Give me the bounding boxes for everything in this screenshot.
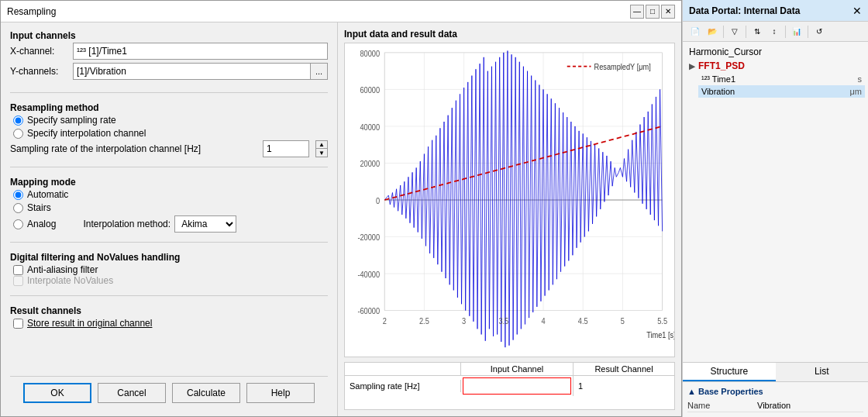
ychannel-input-group: ... — [73, 63, 328, 80]
resampling-method-title: Resampling method — [10, 102, 328, 113]
spinner-down[interactable]: ▼ — [315, 149, 328, 157]
filter-button[interactable]: ▽ — [727, 24, 742, 40]
sort-button[interactable]: ⇅ — [749, 24, 765, 40]
svg-text:5: 5 — [621, 317, 625, 326]
radio-stairs-label[interactable]: Stairs — [27, 202, 51, 213]
props-key-name: Name — [687, 401, 757, 410]
help-button[interactable]: Help — [246, 383, 315, 403]
tree-item-vibration[interactable]: Vibration μm — [698, 85, 865, 98]
new-file-button[interactable]: 📄 — [687, 24, 703, 40]
xchannel-row: X-channel: — [10, 43, 328, 60]
svg-text:ResampledY [μm]: ResampledY [μm] — [594, 63, 651, 72]
tree-time1-unit: s — [858, 74, 863, 84]
store-result-checkbox[interactable] — [13, 319, 23, 329]
interpolate-novalues-checkbox[interactable] — [13, 276, 23, 286]
xchannel-input[interactable] — [73, 43, 328, 60]
maximize-button[interactable]: □ — [646, 5, 660, 19]
radio-automatic[interactable] — [13, 190, 23, 200]
digital-filtering-section: Digital filtering and NoValues handling … — [10, 252, 328, 286]
ychannel-row: Y-channels: ... — [10, 63, 328, 80]
interpolation-method-select[interactable]: Akima Linear Cubic — [174, 215, 236, 233]
svg-text:2: 2 — [383, 317, 388, 326]
dialog-titlebar: Resampling — □ ✕ — [1, 1, 681, 22]
radio-interpolation-channel[interactable] — [13, 129, 23, 139]
xchannel-label: X-channel: — [10, 46, 68, 57]
data-table: Input Channel Result Channel Sampling ra… — [344, 362, 675, 410]
right-panel: Input data and result data — [338, 22, 681, 416]
tab-list[interactable]: List — [776, 363, 869, 381]
radio-stairs[interactable] — [13, 203, 23, 213]
base-properties-title: ▲ Base Properties — [687, 387, 863, 396]
tree-root: Harmonic_Cursor ▶ FFT1_PSD ¹²³ Time1 s V… — [686, 45, 865, 98]
radio-sampling-rate-row: Specify sampling rate — [13, 115, 328, 126]
minimize-button[interactable]: — — [630, 5, 644, 19]
tree-fft1psd-label: FFT1_PSD — [698, 60, 745, 71]
calculate-button[interactable]: Calculate — [172, 383, 240, 403]
open-button[interactable]: 📂 — [704, 24, 720, 40]
graph-button[interactable]: 📊 — [789, 24, 804, 40]
props-row-name: Name Vibration — [687, 399, 863, 412]
store-result-row: Store result in original channel — [13, 318, 328, 329]
radio-analog-label[interactable]: Analog — [27, 219, 56, 229]
result-channels-title: Result channels — [10, 305, 328, 316]
tree-vibration-unit: μm — [849, 87, 862, 96]
chart-title: Input data and result data — [344, 29, 675, 40]
radio-sampling-rate-label[interactable]: Specify sampling rate — [27, 115, 116, 126]
tree-children: ¹²³ Time1 s Vibration μm — [686, 73, 865, 98]
anti-aliasing-checkbox[interactable] — [13, 265, 23, 275]
cancel-button[interactable]: Cancel — [98, 383, 166, 403]
refresh-button[interactable]: ↺ — [811, 24, 827, 40]
sampling-rate-row: Sampling rate of the interpolation chann… — [10, 140, 328, 157]
mapping-mode-section: Mapping mode Automatic Stairs Analog Int… — [10, 177, 328, 233]
radio-interpolation-channel-label[interactable]: Specify interpolation channel — [27, 128, 146, 139]
anti-aliasing-label[interactable]: Anti-aliasing filter — [27, 264, 98, 275]
input-channels-section: Input channels X-channel: Y-channels: ..… — [10, 30, 328, 83]
tree-item-time1[interactable]: ¹²³ Time1 s — [698, 73, 865, 85]
interpolation-method-label: Interpolation method: — [83, 219, 170, 229]
sampling-rate-spinner: ▲ ▼ — [315, 140, 328, 157]
titlebar-buttons: — □ ✕ — [630, 5, 675, 19]
close-button[interactable]: ✕ — [661, 5, 675, 19]
radio-sampling-rate[interactable] — [13, 115, 23, 126]
toolbar-separator-4 — [808, 26, 808, 38]
resampling-method-radios: Specify sampling rate Specify interpolat… — [13, 115, 328, 139]
tab-structure[interactable]: Structure — [683, 363, 776, 381]
svg-text:Time1 [s]: Time1 [s] — [646, 331, 674, 340]
radio-interpolation-channel-row: Specify interpolation channel — [13, 128, 328, 139]
spinner-up[interactable]: ▲ — [315, 140, 328, 149]
radio-analog[interactable] — [13, 219, 23, 229]
svg-text:80000: 80000 — [360, 49, 380, 58]
sampling-rate-data-row: Sampling rate [Hz] 1 — [345, 376, 674, 396]
digital-filtering-title: Digital filtering and NoValues handling — [10, 252, 328, 263]
svg-text:2.5: 2.5 — [419, 317, 429, 326]
sidebar-title: Data Portal: Internal Data — [689, 5, 800, 16]
resampling-dialog: Resampling — □ ✕ Input channels X-channe… — [0, 0, 682, 417]
radio-analog-row: Analog Interpolation method: Akima Linea… — [13, 215, 328, 233]
svg-text:40000: 40000 — [360, 122, 380, 132]
chart-svg: ResampledY [μm] 80000 60000 40000 20000 … — [345, 43, 674, 357]
ok-button[interactable]: OK — [23, 383, 91, 403]
header-empty — [345, 363, 461, 375]
dialog-title: Resampling — [7, 6, 56, 17]
store-result-label[interactable]: Store result in original channel — [27, 318, 152, 329]
header-result-channel: Result Channel — [574, 363, 674, 375]
sampling-rate-label: Sampling rate of the interpolation chann… — [10, 143, 257, 154]
sampling-rate-input-cell — [461, 376, 574, 396]
ychannel-input[interactable] — [73, 63, 311, 80]
mapping-mode-radios: Automatic Stairs Analog Interpolation me… — [13, 189, 328, 233]
radio-automatic-label[interactable]: Automatic — [27, 189, 68, 200]
ychannel-browse-button[interactable]: ... — [311, 63, 328, 80]
anti-aliasing-row: Anti-aliasing filter — [13, 264, 328, 275]
toolbar-separator-3 — [785, 26, 786, 38]
toolbar-separator-1 — [723, 26, 724, 38]
svg-text:-60000: -60000 — [357, 307, 380, 316]
svg-text:-40000: -40000 — [357, 270, 380, 279]
tree-vibration-label: Vibration — [701, 87, 735, 96]
toolbar-separator-2 — [746, 26, 746, 38]
tree-item-fft1psd[interactable]: ▶ FFT1_PSD — [686, 59, 865, 73]
sidebar-close-button[interactable]: ✕ — [852, 5, 862, 17]
sampling-rate-input-channel[interactable] — [463, 377, 571, 395]
sort2-button[interactable]: ↕ — [766, 24, 782, 40]
chart-container: ResampledY [μm] 80000 60000 40000 20000 … — [344, 43, 675, 357]
sampling-rate-input[interactable] — [263, 140, 309, 157]
